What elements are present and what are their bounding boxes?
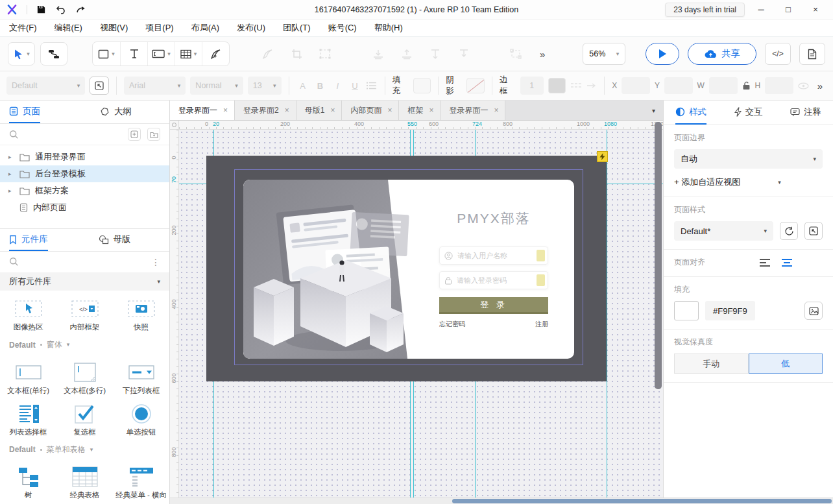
- restore-style-button[interactable]: [780, 222, 798, 240]
- widget-group-menus-header[interactable]: Default 菜单和表格 ▾: [0, 441, 169, 459]
- forgot-password-link[interactable]: 忘记密码: [439, 320, 465, 329]
- save-icon[interactable]: [36, 5, 46, 14]
- style-picker-button[interactable]: [804, 222, 823, 240]
- widget-group-forms-header[interactable]: Default 窗体 ▾: [0, 336, 169, 354]
- search-icon[interactable]: [9, 130, 19, 139]
- page-item-internal-page[interactable]: 内部页面: [0, 199, 169, 216]
- close-icon[interactable]: ×: [387, 106, 392, 115]
- tab-pages[interactable]: 页面: [9, 101, 40, 123]
- fill-swatch[interactable]: [413, 78, 431, 93]
- tab-widget-library[interactable]: 元件库: [9, 229, 48, 251]
- menu-arrange[interactable]: 布局(A): [191, 22, 219, 34]
- mockup-login-button[interactable]: 登 录: [439, 297, 548, 314]
- pen-tool-button[interactable]: [202, 42, 229, 66]
- menu-project[interactable]: 项目(P): [145, 22, 173, 34]
- maximize-button[interactable]: □: [777, 2, 799, 18]
- close-icon[interactable]: ×: [429, 106, 433, 115]
- vertical-scrollbar[interactable]: [655, 122, 662, 389]
- menu-view[interactable]: 视图(V): [100, 22, 128, 34]
- widget-image-hotspot[interactable]: 图像热区: [0, 293, 56, 335]
- tab-style[interactable]: 样式: [675, 101, 706, 125]
- library-filter-select[interactable]: 所有元件库 ▾: [0, 273, 169, 291]
- canvas-tab[interactable]: 框架 ×: [399, 101, 441, 120]
- minimize-button[interactable]: ─: [750, 2, 772, 18]
- close-icon[interactable]: ×: [330, 106, 335, 115]
- page-bounds-select[interactable]: 自动 ▾: [674, 149, 823, 169]
- expand-arrow-icon[interactable]: ▸: [8, 171, 14, 177]
- tab-masters[interactable]: 母版: [99, 229, 131, 251]
- canvas-tab[interactable]: 登录界面一 ×: [441, 101, 505, 120]
- fidelity-manual-option[interactable]: 手动: [674, 354, 749, 374]
- shadow-swatch[interactable]: [466, 78, 485, 93]
- menu-help[interactable]: 帮助(H): [374, 22, 403, 34]
- tab-list-button[interactable]: ▾: [644, 101, 663, 120]
- close-icon[interactable]: ×: [494, 106, 498, 115]
- expand-arrow-icon[interactable]: ▸: [8, 154, 14, 160]
- canvas-tab[interactable]: 内部页面 ×: [342, 101, 399, 120]
- fill-image-button[interactable]: [804, 302, 823, 320]
- menu-file[interactable]: 文件(F): [9, 22, 37, 34]
- page-item-general-login[interactable]: ▸ 通用登录界面: [0, 149, 169, 165]
- widget-droplist[interactable]: 下拉列表框: [113, 357, 169, 398]
- canvas-tab[interactable]: 登录界面2 ×: [235, 101, 296, 120]
- mockup-username-input[interactable]: 请输入用户名称: [439, 246, 548, 265]
- canvas-tab[interactable]: 登录界面一 ×: [170, 101, 235, 120]
- expand-arrow-icon[interactable]: ▸: [8, 187, 14, 194]
- add-adaptive-view-button[interactable]: + 添加自适应视图 ▾: [674, 176, 823, 188]
- horizontal-scrollbar-thumb[interactable]: [452, 499, 832, 503]
- format-overflow-button[interactable]: »: [814, 80, 827, 91]
- share-button[interactable]: 共享: [688, 43, 756, 65]
- add-folder-button[interactable]: [147, 128, 160, 141]
- select-tool-button[interactable]: ▾: [8, 42, 35, 66]
- redo-icon[interactable]: [75, 5, 86, 15]
- add-page-button[interactable]: [128, 128, 141, 141]
- text-tool-button[interactable]: [120, 42, 147, 66]
- interaction-marker[interactable]: [597, 151, 608, 162]
- widget-checkbox[interactable]: 复选框: [56, 398, 113, 440]
- page-style-select[interactable]: Default* ▾: [674, 221, 773, 241]
- unlock-icon[interactable]: [742, 81, 751, 90]
- register-link[interactable]: 注册: [535, 320, 548, 329]
- fill-hex-field[interactable]: #F9F9F9: [705, 301, 755, 320]
- widget-inline-frame[interactable]: </> 内部框架: [56, 293, 113, 335]
- vertical-ruler[interactable]: 0 70 200 400 600 800: [170, 130, 179, 498]
- page-item-backend-login[interactable]: ▸ 后台登录模板: [0, 165, 169, 182]
- align-center-button[interactable]: [781, 258, 793, 267]
- text-field-tool-button[interactable]: ▾: [147, 42, 175, 66]
- code-export-button[interactable]: </>: [765, 43, 791, 65]
- table-tool-button[interactable]: ▾: [175, 42, 202, 66]
- horizontal-scrollbar[interactable]: [170, 498, 833, 504]
- fill-color-swatch[interactable]: [674, 301, 699, 320]
- menu-edit[interactable]: 编辑(E): [54, 22, 82, 34]
- menu-account[interactable]: 账号(C): [328, 22, 357, 34]
- tab-notes[interactable]: 注释: [790, 101, 821, 125]
- tab-outline[interactable]: 大纲: [100, 101, 132, 123]
- widget-snapshot[interactable]: 快照: [113, 293, 169, 335]
- canvas-tab[interactable]: 母版1 ×: [296, 101, 343, 120]
- artboard[interactable]: PMYX部落 请输入用户名称: [206, 156, 607, 381]
- rectangle-tool-button[interactable]: ▾: [93, 42, 120, 66]
- canvas-body[interactable]: PMYX部落 请输入用户名称: [179, 130, 663, 498]
- connector-tool-button[interactable]: [40, 42, 67, 66]
- widget-list-box[interactable]: 列表选择框: [0, 398, 56, 440]
- toolbar-overflow-button[interactable]: »: [536, 49, 549, 60]
- style-picker-button[interactable]: [90, 77, 109, 95]
- ruler-origin[interactable]: [170, 121, 179, 130]
- preview-button[interactable]: [646, 43, 679, 65]
- undo-icon[interactable]: [55, 5, 66, 15]
- close-icon[interactable]: ×: [223, 106, 228, 115]
- horizontal-ruler[interactable]: 0 20 200 400 550 600 724 800 1000 1080 1…: [179, 121, 663, 130]
- notes-doc-button[interactable]: [799, 43, 825, 65]
- page-item-frame-scheme[interactable]: ▸ 框架方案: [0, 182, 169, 199]
- widget-classic-table[interactable]: 经典表格: [56, 461, 113, 503]
- login-mockup-card[interactable]: PMYX部落 请输入用户名称: [243, 180, 574, 359]
- widget-radio-button[interactable]: 单选按钮: [113, 398, 169, 440]
- widget-text-field[interactable]: 文本框(单行): [0, 357, 56, 398]
- tab-interactions[interactable]: 交互: [734, 101, 763, 125]
- close-button[interactable]: ×: [804, 2, 827, 18]
- guide-vertical-1080[interactable]: [607, 130, 607, 498]
- widgets-menu-button[interactable]: ⋮: [151, 257, 160, 267]
- menu-team[interactable]: 团队(T): [283, 22, 311, 34]
- close-icon[interactable]: ×: [285, 106, 289, 115]
- menu-publish[interactable]: 发布(U): [237, 22, 265, 34]
